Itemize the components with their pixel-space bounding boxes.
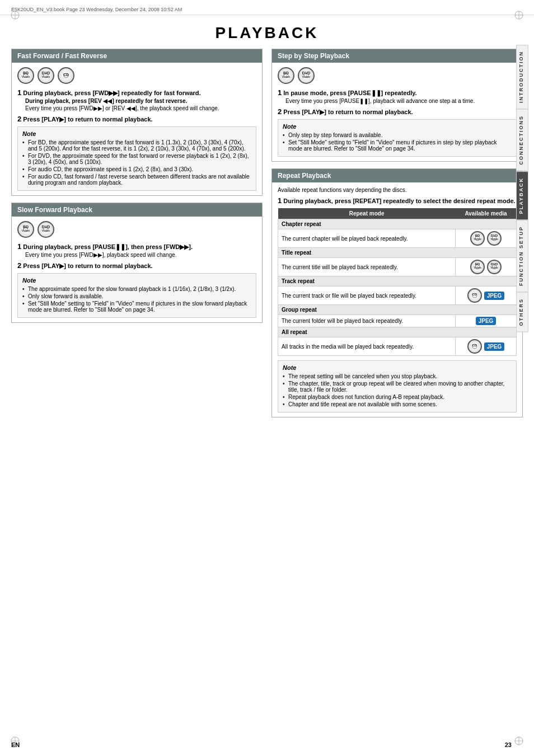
chapter-repeat-header: Chapter repeat	[278, 219, 517, 229]
repeat-intro: Available repeat functions vary dependin…	[278, 187, 517, 193]
title-repeat-desc: The current title will be played back re…	[278, 258, 456, 276]
fast-forward-content: BD Video DVD Video CD 1	[12, 63, 262, 195]
step-bd-disc-icon: BD Video	[278, 67, 294, 84]
slow-forward-media-icons: BD Video DVD Video	[17, 221, 256, 238]
table-row: Track repeat	[278, 276, 517, 287]
repeat-playback-header: Repeat Playback	[272, 169, 522, 182]
repeat-playback-section: Repeat Playback Available repeat functio…	[271, 168, 523, 417]
right-sidebar: INTRODUCTION CONNECTIONS PLAYBACK FUNCTI…	[516, 45, 528, 734]
step-by-step-step2: 2 Press [PLAY▶] to return to normal play…	[278, 107, 517, 116]
sidebar-tab-introduction[interactable]: INTRODUCTION	[516, 45, 528, 109]
table-row: All repeat	[278, 327, 517, 337]
chapter-repeat-media: BD Video DVD Video	[456, 229, 517, 248]
sidebar-tab-function-setup[interactable]: FUNCTION SETUP	[516, 220, 528, 292]
step-by-step-note: Note Only step by step forward is availa…	[278, 119, 517, 157]
slow-forward-note: Note The approximate speed for the slow …	[17, 273, 256, 318]
fast-forward-header: Fast Forward / Fast Reverse	[12, 49, 262, 63]
sidebar-tab-others[interactable]: OTHERS	[516, 292, 528, 332]
table-row: The current chapter will be played back …	[278, 229, 517, 248]
step-by-step-section: Step by Step Playback BD Video DVD Video…	[271, 49, 523, 162]
all-jpeg-badge: JPEG	[484, 342, 505, 351]
table-row: Group repeat	[278, 305, 517, 315]
corner-mark-br	[514, 736, 524, 746]
table-row: All tracks in the media will be played b…	[278, 337, 517, 356]
fast-forward-section: Fast Forward / Fast Reverse BD Video DVD…	[11, 49, 263, 196]
slow-forward-header: Slow Forward Playback	[12, 203, 262, 217]
title-dvd-icon: DVD Video	[487, 260, 502, 274]
group-repeat-media: JPEG	[456, 315, 517, 327]
right-column: Step by Step Playback BD Video DVD Video…	[271, 49, 523, 417]
all-repeat-desc: All tracks in the media will be played b…	[278, 337, 456, 356]
cd-disc-icon: CD	[58, 67, 74, 84]
bd-disc-icon: BD Video	[17, 67, 34, 84]
title-repeat-header: Title repeat	[278, 248, 517, 258]
table-row: The current track or file will be played…	[278, 287, 517, 305]
left-column: Fast Forward / Fast Reverse BD Video DVD…	[11, 49, 263, 417]
title-bd-icon: BD Video	[470, 260, 485, 274]
repeat-note: Note The repeat setting will be canceled…	[278, 360, 517, 412]
slow-forward-step1: 1 During playback, press [PAUSE❚❚], then…	[17, 242, 256, 258]
footer-left: EN	[11, 741, 20, 748]
track-repeat-desc: The current track or file will be played…	[278, 287, 456, 305]
meta-line: E5K20UD_EN_V3.book Page 23 Wednesday, De…	[0, 0, 534, 15]
table-row: Title repeat	[278, 248, 517, 258]
slow-bd-disc-icon: BD Video	[17, 221, 34, 238]
repeat-table: Repeat mode Available media Chapter repe…	[278, 208, 517, 356]
chapter-dvd-icon: DVD Video	[487, 231, 502, 246]
chapter-repeat-desc: The current chapter will be played back …	[278, 229, 456, 248]
slow-forward-section: Slow Forward Playback BD Video DVD Video…	[11, 203, 263, 323]
step-by-step-media-icons: BD Video DVD Video	[278, 67, 517, 84]
dvd-disc-icon: DVD Video	[38, 67, 54, 84]
footer-right: 23	[505, 741, 512, 748]
all-repeat-media: CD JPEG	[456, 337, 517, 356]
step-dvd-disc-icon: DVD Video	[298, 67, 315, 84]
page-title: PLAYBACK	[0, 15, 534, 49]
fast-forward-step1: 1 During playback, press [FWD▶▶] repeate…	[17, 88, 256, 111]
track-repeat-media: CD JPEG	[456, 287, 517, 305]
all-cd-icon: CD	[467, 339, 482, 354]
slow-dvd-disc-icon: DVD Video	[38, 221, 54, 238]
table-row: The current title will be played back re…	[278, 258, 517, 276]
group-repeat-desc: The current folder will be played back r…	[278, 315, 456, 327]
step-by-step-step1: 1 In pause mode, press [PAUSE❚❚] repeate…	[278, 88, 517, 104]
step-by-step-content: BD Video DVD Video 1 In pause mode, pres…	[272, 63, 522, 161]
slow-forward-step2: 2 Press [PLAY▶] to return to normal play…	[17, 261, 256, 270]
group-jpeg-badge: JPEG	[476, 317, 496, 325]
table-header-mode: Repeat mode	[278, 208, 456, 219]
all-repeat-header: All repeat	[278, 327, 517, 337]
slow-forward-content: BD Video DVD Video 1 During playback, pr…	[12, 217, 262, 322]
page-footer: EN 23	[11, 741, 512, 748]
main-content: Fast Forward / Fast Reverse BD Video DVD…	[0, 49, 534, 429]
track-jpeg-badge: JPEG	[484, 292, 505, 300]
fast-forward-note: Note For BD, the approximate speed for t…	[17, 126, 256, 191]
step-by-step-header: Step by Step Playback	[272, 49, 522, 63]
title-repeat-media: BD Video DVD Video	[456, 258, 517, 276]
sidebar-tab-connections[interactable]: CONNECTIONS	[516, 109, 528, 171]
svg-point-9	[515, 737, 523, 745]
table-row: Chapter repeat	[278, 219, 517, 229]
repeat-step1: 1 During playback, press [REPEAT] repeat…	[278, 196, 517, 205]
fast-forward-media-icons: BD Video DVD Video CD	[17, 67, 256, 84]
chapter-bd-icon: BD Video	[470, 231, 485, 246]
repeat-playback-content: Available repeat functions vary dependin…	[272, 182, 522, 417]
track-cd-icon: CD	[467, 288, 482, 303]
group-repeat-header: Group repeat	[278, 305, 517, 315]
sidebar-tab-playback[interactable]: PLAYBACK	[516, 171, 528, 220]
fast-forward-step2: 2 Press [PLAY▶] to return to normal play…	[17, 115, 256, 123]
table-header-media: Available media	[456, 208, 517, 219]
track-repeat-header: Track repeat	[278, 276, 517, 287]
table-row: The current folder will be played back r…	[278, 315, 517, 327]
